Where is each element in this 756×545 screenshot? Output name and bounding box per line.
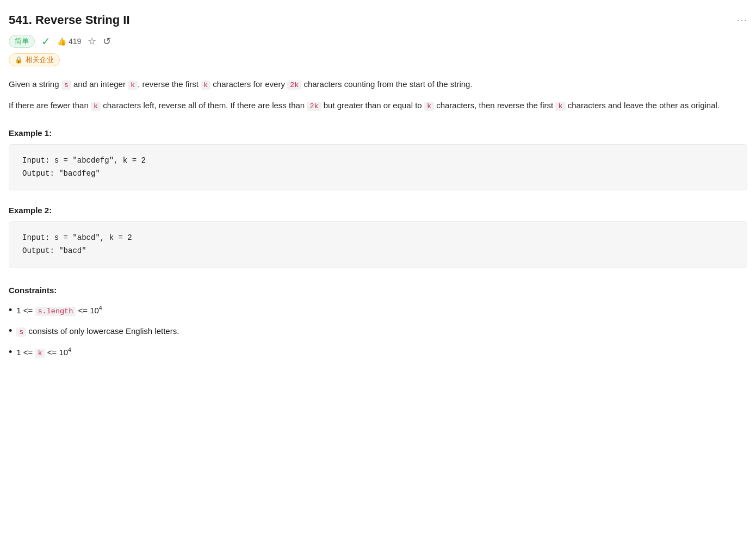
desc-text-3: , reverse the first xyxy=(138,79,201,89)
constraint-item-3: • 1 <= k <= 104 xyxy=(9,343,747,361)
constraint2-text: s consists of only lowercase English let… xyxy=(16,324,179,339)
example1-line1: Input: s = "abcdefg", k = 2 xyxy=(22,154,734,168)
desc2-code-k3: k xyxy=(555,102,565,111)
constraints-section: Constraints: • 1 <= s.length <= 104 • s … xyxy=(9,286,747,361)
desc2-text-2: characters left, reverse all of them. If… xyxy=(101,101,307,110)
company-tag[interactable]: 🔒 相关企业 xyxy=(9,53,60,66)
check-icon[interactable]: ✓ xyxy=(41,35,51,48)
example2-code: Input: s = "abcd", k = 2 Output: "bacd" xyxy=(9,221,747,268)
constraint-item-1: • 1 <= s.length <= 104 xyxy=(9,301,747,319)
description-line2: If there are fewer than k characters lef… xyxy=(9,98,747,113)
example1-label: Example 1: xyxy=(9,128,747,138)
desc-code-k2: k xyxy=(201,80,210,90)
page-title: 541. Reverse String II xyxy=(9,13,130,27)
example2-label: Example 2: xyxy=(9,206,747,215)
desc-code-s: s xyxy=(61,80,71,90)
constraints-label: Constraints: xyxy=(9,286,747,295)
desc2-text-1: If there are fewer than xyxy=(9,101,91,110)
example1-code: Input: s = "abcdefg", k = 2 Output: "bac… xyxy=(9,144,747,191)
constraint2-code: s xyxy=(16,327,26,337)
tags-row: 简单 ✓ 👍 419 ☆ ↺ xyxy=(9,35,747,48)
refresh-icon[interactable]: ↺ xyxy=(103,35,111,47)
company-tag-label: 相关企业 xyxy=(26,55,54,65)
desc2-text-4: characters, then reverse the first xyxy=(434,101,555,110)
star-icon[interactable]: ☆ xyxy=(88,35,96,47)
example2-line1: Input: s = "abcd", k = 2 xyxy=(22,232,734,245)
example2-line2: Output: "bacd" xyxy=(22,245,734,258)
description-line1: Given a string s and an integer k, rever… xyxy=(9,77,747,92)
constraints-list: • 1 <= s.length <= 104 • s consists of o… xyxy=(9,301,747,361)
example1-line2: Output: "bacdfeg" xyxy=(22,168,734,181)
desc-code-k1: k xyxy=(128,80,138,90)
desc2-code-k1: k xyxy=(91,102,101,111)
bullet-2: • xyxy=(9,322,12,339)
desc-text-4: characters for every xyxy=(210,79,287,89)
problem-description: Given a string s and an integer k, rever… xyxy=(9,77,747,113)
constraint3-text: 1 <= k <= 104 xyxy=(16,345,71,360)
bullet-3: • xyxy=(9,343,12,361)
page-header: 541. Reverse String II ⋯ xyxy=(9,13,747,27)
company-row: 🔒 相关企业 xyxy=(9,53,747,66)
difficulty-tag: 简单 xyxy=(9,35,35,48)
thumbs-up-icon: 👍 xyxy=(57,37,66,46)
lock-icon: 🔒 xyxy=(15,56,23,64)
more-icon[interactable]: ⋯ xyxy=(736,14,747,27)
desc2-text-3: but greater than or equal to xyxy=(321,101,424,110)
constraint-item-2: • s consists of only lowercase English l… xyxy=(9,322,747,339)
desc-code-2k: 2k xyxy=(287,80,301,90)
desc-text-2: and an integer xyxy=(71,79,128,89)
constraint1-text: 1 <= s.length <= 104 xyxy=(16,303,102,318)
desc2-code-2k: 2k xyxy=(307,102,321,111)
constraint3-code: k xyxy=(35,349,45,358)
example1-section: Example 1: Input: s = "abcdefg", k = 2 O… xyxy=(9,128,747,191)
example2-section: Example 2: Input: s = "abcd", k = 2 Outp… xyxy=(9,206,747,268)
desc-text-5: characters counting from the start of th… xyxy=(301,79,472,89)
desc-text-1: Given a string xyxy=(9,79,61,89)
desc2-code-k2: k xyxy=(424,102,434,111)
like-count: 419 xyxy=(69,37,81,46)
like-button[interactable]: 👍 419 xyxy=(57,37,81,46)
desc2-text-5: characters and leave the other as origin… xyxy=(566,101,720,110)
constraint1-code: s.length xyxy=(35,307,76,316)
bullet-1: • xyxy=(9,301,12,319)
